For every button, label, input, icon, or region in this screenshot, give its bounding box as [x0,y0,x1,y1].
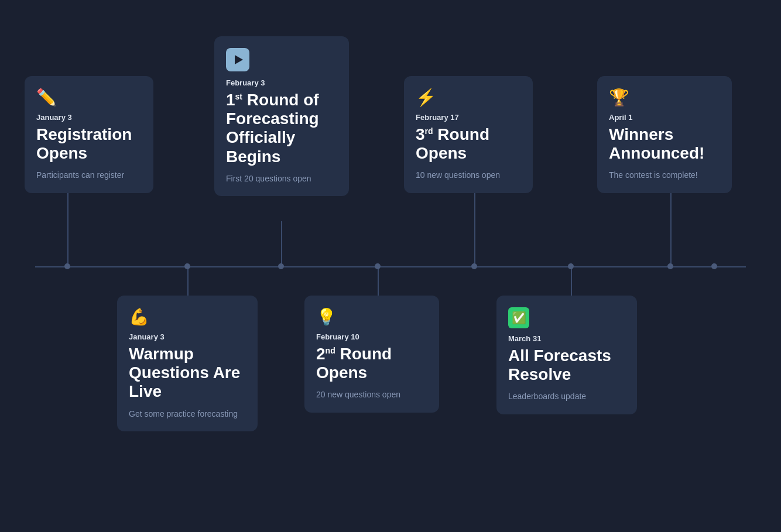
trophy-icon: 🏆 [609,88,720,107]
connector-warmup [187,266,189,298]
winners-date: April 1 [609,113,720,122]
round2-desc: 20 new questions open [316,389,427,401]
card-round1: February 3 1st Round of Forecasting Offi… [214,36,349,196]
timeline-line [35,266,746,267]
connector-winners [670,187,672,266]
timeline-dot-4 [375,263,381,269]
pencil-icon: ✏️ [36,88,142,107]
card-round2: 💡 February 10 2nd Round Opens 20 new que… [304,296,439,413]
timeline-dot-6 [568,263,574,269]
card-winners: 🏆 April 1 Winners Announced! The contest… [597,76,732,193]
forecasts-desc: Leaderboards update [508,391,625,403]
round1-title: 1st Round of Forecasting Officially Begi… [226,91,337,166]
play-icon [226,48,249,71]
card-forecasts: ✅ March 31 All Forecasts Resolve Leaderb… [496,296,637,414]
round1-desc: First 20 questions open [226,173,337,185]
timeline-dot-7 [667,263,673,269]
green-check-icon: ✅ [508,307,529,328]
connector-registration [67,187,68,266]
forecasts-date: March 31 [508,334,625,343]
timeline-dot-3 [278,263,284,269]
warmup-date: January 3 [129,332,246,341]
winners-title: Winners Announced! [609,125,720,163]
card-warmup: 💪 January 3 Warmup Questions Are Live Ge… [117,296,258,431]
round2-date: February 10 [316,332,427,341]
card-registration: ✏️ January 3 Registration Opens Particip… [25,76,153,193]
round1-date: February 3 [226,78,337,87]
connector-round2 [378,266,379,298]
card-round3: ⚡ February 17 3rd Round Opens 10 new que… [404,76,533,193]
timeline-dot-2 [184,263,190,269]
winners-desc: The contest is complete! [609,170,720,181]
round3-title: 3rd Round Opens [416,125,521,163]
timeline-dot-5 [471,263,477,269]
round3-date: February 17 [416,113,521,122]
warmup-title: Warmup Questions Are Live [129,345,246,401]
round3-desc: 10 new questions open [416,170,521,181]
connector-round1 [281,221,282,266]
timeline-dot-8 [711,263,717,269]
registration-date: January 3 [36,113,142,122]
timeline-container: ✏️ January 3 Registration Opens Particip… [0,0,781,532]
round2-title: 2nd Round Opens [316,345,427,382]
lightning-icon: ⚡ [416,88,521,107]
warmup-desc: Get some practice forecasting [129,409,246,420]
connector-round3 [474,187,475,266]
connector-forecasts [571,266,572,298]
muscle-icon: 💪 [129,307,246,327]
registration-desc: Participants can register [36,170,142,181]
registration-title: Registration Opens [36,125,142,163]
forecasts-title: All Forecasts Resolve [508,346,625,384]
timeline-dot-1 [64,263,70,269]
bulb-icon: 💡 [316,307,427,327]
